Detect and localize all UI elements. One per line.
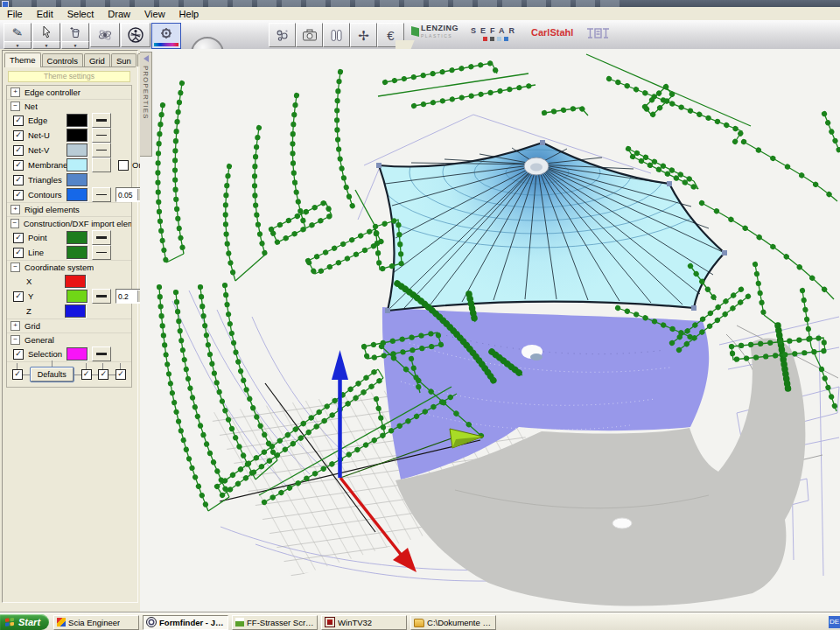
point-linestyle-button[interactable] bbox=[92, 230, 111, 245]
menu-view[interactable]: View bbox=[137, 9, 172, 19]
folder-icon bbox=[414, 619, 424, 627]
membrane-checkbox[interactable]: ✓ bbox=[13, 160, 24, 171]
selection-checkbox[interactable]: ✓ bbox=[13, 349, 24, 360]
point-checkbox[interactable]: ✓ bbox=[13, 233, 24, 243]
selection-color-swatch[interactable] bbox=[66, 347, 88, 360]
select-tool-button[interactable] bbox=[32, 23, 60, 42]
select-tool-dropdown[interactable]: ▼ bbox=[32, 41, 60, 49]
taskbar-button-formfinder[interactable]: Formfinder - J:\Seaga... bbox=[143, 615, 228, 630]
net-u-checkbox[interactable]: ✓ bbox=[13, 130, 24, 141]
defaults-checkbox-1[interactable]: ✓ bbox=[12, 369, 23, 380]
contours-color-swatch[interactable] bbox=[66, 188, 88, 201]
net-v-checkbox[interactable]: ✓ bbox=[13, 145, 24, 156]
net-v-linestyle-button[interactable] bbox=[92, 143, 111, 158]
tab-theme[interactable]: Theme bbox=[4, 52, 41, 67]
taskbar-button-scia[interactable]: Scia Engineer bbox=[53, 615, 139, 630]
expand-icon[interactable]: + bbox=[10, 88, 20, 97]
dropdown-value: 0.2 bbox=[116, 292, 137, 301]
bucket-tool-button[interactable] bbox=[61, 23, 89, 42]
taskbar-button-label: C:\Dokumente und Einst... bbox=[427, 618, 493, 627]
theme-row-y: ✓Y0.2▼ bbox=[7, 289, 131, 304]
line-checkbox[interactable]: ✓ bbox=[13, 248, 24, 258]
y-checkbox[interactable]: ✓ bbox=[13, 291, 24, 302]
defaults-checkbox-4[interactable]: ✓ bbox=[116, 369, 126, 380]
contours-linestyle-button[interactable] bbox=[92, 187, 111, 202]
section-label: Rigid elements bbox=[24, 205, 80, 214]
viewport-3d[interactable]: PROPERTIES bbox=[140, 49, 840, 612]
edge-linestyle-button[interactable] bbox=[92, 113, 111, 128]
collapse-icon[interactable]: − bbox=[10, 219, 19, 228]
formfinder-application-window: File Edit Select Draw View Help ✎ ▼ ▼ ▼ bbox=[0, 0, 840, 630]
columns-button[interactable] bbox=[323, 23, 350, 47]
connector-line bbox=[108, 374, 116, 375]
defaults-button-label: Defaults bbox=[38, 370, 66, 379]
net-u-color-swatch[interactable] bbox=[66, 129, 88, 142]
membrane-style-button[interactable] bbox=[92, 158, 111, 172]
properties-flyout-tab[interactable]: PROPERTIES bbox=[140, 52, 152, 157]
collapse-icon[interactable]: − bbox=[10, 335, 20, 345]
language-indicator[interactable]: DE bbox=[829, 616, 840, 628]
edge-color-swatch[interactable] bbox=[66, 114, 88, 127]
line-linestyle-button[interactable] bbox=[92, 245, 111, 260]
bucket-tool-dropdown[interactable]: ▼ bbox=[61, 41, 89, 49]
orbit-tool-button[interactable] bbox=[90, 23, 120, 47]
section-header-net[interactable]: −Net bbox=[7, 99, 131, 113]
selection-linestyle-button[interactable] bbox=[92, 346, 111, 361]
formfinder-man-button[interactable] bbox=[121, 23, 150, 47]
pencil-tool-button[interactable]: ✎ bbox=[4, 23, 32, 42]
taskbar-button-label: Formfinder - J:\Seaga... bbox=[159, 618, 225, 627]
section-header-coordinate-system[interactable]: −Coordinate system bbox=[7, 260, 131, 274]
expand-icon[interactable]: + bbox=[10, 321, 20, 331]
start-button[interactable]: Start bbox=[0, 614, 49, 630]
edge-checkbox[interactable]: ✓ bbox=[13, 116, 24, 126]
triangles-color-swatch[interactable] bbox=[66, 173, 88, 186]
menu-file[interactable]: File bbox=[0, 9, 30, 19]
x-color-swatch[interactable] bbox=[65, 275, 86, 288]
net-u-linestyle-button[interactable] bbox=[92, 128, 111, 143]
tab-sun[interactable]: Sun bbox=[111, 53, 136, 66]
tab-controls[interactable]: Controls bbox=[42, 53, 83, 66]
theme-settings-button[interactable] bbox=[151, 23, 181, 49]
z-color-swatch[interactable] bbox=[65, 304, 86, 318]
contours-checkbox[interactable]: ✓ bbox=[13, 190, 24, 200]
row-label: Edge bbox=[28, 116, 66, 125]
defaults-checkbox-2[interactable]: ✓ bbox=[81, 369, 92, 380]
section-header-construction-dxf-import-elements[interactable]: −Construction/DXF import elements bbox=[7, 216, 131, 230]
sponsor-logos: LENZING PLASTICS SEFAR CarlStahl bbox=[411, 24, 612, 46]
menu-select[interactable]: Select bbox=[60, 9, 102, 19]
y-color-swatch[interactable] bbox=[66, 290, 88, 303]
theme-row-z: Z bbox=[7, 304, 131, 318]
y-linestyle-button[interactable] bbox=[92, 289, 111, 304]
menu-help[interactable]: Help bbox=[172, 9, 206, 19]
sefar-text: SEFAR bbox=[471, 26, 519, 35]
section-header-rigid-elements[interactable]: +Rigid elements bbox=[7, 202, 131, 216]
section-header-grid[interactable]: +Grid bbox=[7, 318, 131, 332]
annotate-button[interactable]: ✢ bbox=[350, 23, 377, 47]
taskbar-button-wintv[interactable]: WinTV32 bbox=[321, 615, 407, 630]
defaults-checkbox-3[interactable]: ✓ bbox=[98, 369, 108, 380]
section-header-edge-controller[interactable]: +Edge controller bbox=[7, 86, 131, 99]
collapse-icon[interactable]: − bbox=[10, 102, 20, 111]
taskbar-buttons: Scia EngineerFormfinder - J:\Seaga...FF-… bbox=[53, 615, 496, 630]
taskbar-button-folder[interactable]: C:\Dokumente und Einst... bbox=[410, 615, 496, 630]
membrane-color-swatch[interactable] bbox=[66, 158, 88, 172]
line-color-swatch[interactable] bbox=[66, 246, 88, 259]
net-v-color-swatch[interactable] bbox=[66, 144, 88, 157]
menu-draw[interactable]: Draw bbox=[101, 9, 137, 19]
taskbar-button-image-viewer[interactable]: FF-Strasser Screenshot2... bbox=[232, 615, 318, 630]
collapse-icon[interactable]: − bbox=[10, 262, 20, 272]
point-color-swatch[interactable] bbox=[66, 231, 88, 244]
expand-icon[interactable]: + bbox=[10, 205, 20, 214]
on-checkbox[interactable] bbox=[118, 160, 129, 171]
pencil-tool-dropdown[interactable]: ▼ bbox=[4, 41, 32, 49]
tab-grid[interactable]: Grid bbox=[84, 53, 110, 66]
mechanism-button[interactable] bbox=[269, 23, 296, 47]
menu-edit[interactable]: Edit bbox=[30, 9, 60, 19]
triangles-checkbox[interactable]: ✓ bbox=[13, 175, 24, 186]
section-header-general[interactable]: −General bbox=[7, 332, 131, 346]
viewport-3d-scene[interactable] bbox=[140, 49, 840, 612]
x-axis-arrow bbox=[393, 548, 416, 572]
defaults-button[interactable]: Defaults bbox=[30, 367, 74, 382]
snapshot-button[interactable] bbox=[296, 23, 323, 47]
section-label: Construction/DXF import elements bbox=[24, 219, 131, 228]
